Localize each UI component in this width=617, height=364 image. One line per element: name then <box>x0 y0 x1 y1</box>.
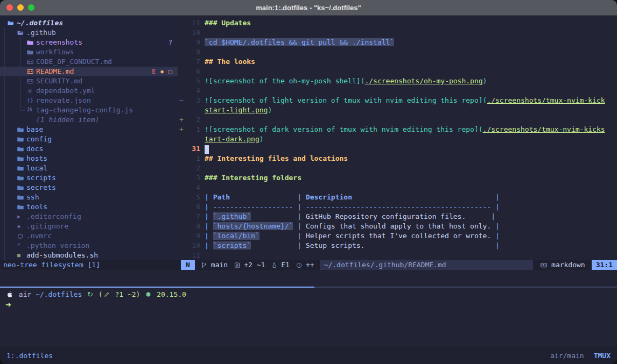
tree-item[interactable]: {}renovate.json <box>0 96 178 105</box>
editor-line[interactable]: 9| `local/bin` | Helper scripts that I'v… <box>178 231 617 241</box>
editor-line[interactable]: ~3![screenshot of light version of tmux … <box>178 96 617 105</box>
editor-line[interactable]: 8| `hosts/{hostname}/` | Configs that sh… <box>178 222 617 231</box>
editor-line[interactable]: 5| Path | Description | <box>178 192 617 202</box>
tmux-window-tab[interactable]: 1:.dotfiles <box>6 352 53 360</box>
tree-item[interactable]: ▶.editorconfig <box>0 212 178 222</box>
line-number: 5 <box>186 192 200 202</box>
editor-line[interactable]: tart-dark.png) <box>178 134 617 144</box>
line-number: 8 <box>186 47 200 57</box>
tree-item[interactable]: secrets <box>0 183 178 192</box>
tree-item[interactable]: CODE_OF_CONDUCT.md <box>0 57 178 67</box>
tree-item[interactable]: ssh <box>0 192 178 202</box>
tree-item[interactable]: hosts <box>0 154 178 163</box>
sign-column <box>178 154 186 163</box>
prompt-host: air <box>19 289 31 299</box>
terminal-window: main:1:.dotfiles - "ks~/.dotfiles" ~/.do… <box>0 0 617 364</box>
tree-item[interactable]: README.mdE●□ <box>0 67 178 76</box>
editor-line[interactable]: +2 <box>178 115 617 125</box>
tree-item[interactable]: .nvmrc <box>0 231 178 241</box>
tree-item[interactable]: ■add-submodules.sh <box>0 251 178 260</box>
editor-line[interactable]: 9`cd $HOME/.dotfiles && git pull && ./in… <box>178 38 617 47</box>
editor-line[interactable]: 4 <box>178 86 617 96</box>
line-number: 6 <box>186 202 200 212</box>
tree-item-label: CODE_OF_CONDUCT.md <box>36 57 112 67</box>
tree-item[interactable]: SECURITY.md <box>0 76 178 86</box>
git-branch-segment: main <box>200 260 228 270</box>
diff-file-icon <box>234 262 240 268</box>
editor-line[interactable]: 7| `.github` | GitHub Repository configu… <box>178 212 617 222</box>
tmux-session-host: air/main <box>550 352 584 360</box>
git-branch-name: main <box>211 260 228 270</box>
shell-pane[interactable]: air ~/.dotfiles ↻ ( ?1 ~2) 20.15.0 ➜ <box>5 289 617 310</box>
line-number: 31 <box>186 144 200 154</box>
tree-item[interactable]: config <box>0 134 178 144</box>
tree-item[interactable]: base <box>0 125 178 134</box>
status-badges: ? <box>169 38 178 47</box>
node-icon <box>145 291 151 297</box>
editor-line[interactable]: start-light.png) <box>178 105 617 115</box>
tmux-pane-border[interactable] <box>0 287 617 288</box>
tree-item-label: tools <box>26 202 47 212</box>
buffer-lines: 11### Updates109`cd $HOME/.dotfiles && g… <box>178 16 617 260</box>
tree-item[interactable]: local <box>0 163 178 173</box>
editor-line[interactable]: 4 <box>178 183 617 192</box>
modified-badge: ● <box>160 67 163 76</box>
apple-icon <box>6 291 13 298</box>
line-number: 4 <box>186 183 200 192</box>
tree-item[interactable]: .github <box>0 28 178 38</box>
file-tree: ~/.dotfiles.githubscreenshots?workflowsC… <box>0 16 178 260</box>
sign-column <box>178 202 186 212</box>
sign-column <box>178 241 186 251</box>
editor-line[interactable]: 6 <box>178 67 617 76</box>
editor-line[interactable]: 10| `scripts` | Setup scripts. | <box>178 241 617 251</box>
diagnostics-count: E1 <box>281 260 290 270</box>
tree-item[interactable]: ~/.dotfiles <box>0 18 178 28</box>
nvim-statusline: N main +2 ~1 E1 ++ ~/.dotfiles/.gith <box>181 260 617 270</box>
tree-item[interactable]: ◆.gitignore <box>0 222 178 231</box>
tree-item[interactable]: *.python-version <box>0 241 178 251</box>
diagnostic-error-badge: E <box>152 67 156 76</box>
line-text <box>205 144 209 154</box>
line-number: 9 <box>186 38 200 47</box>
editor-line[interactable]: +1![screenshot of dark version of tmux w… <box>178 125 617 134</box>
markdown-icon <box>27 78 36 84</box>
editor-line[interactable]: 10 <box>178 28 617 38</box>
minimize-button[interactable] <box>17 4 24 11</box>
tree-item[interactable]: workflows <box>0 47 178 57</box>
markdown-icon <box>27 59 36 65</box>
folder-icon <box>17 184 26 191</box>
braces-icon: {} <box>27 98 36 103</box>
sign-column <box>178 163 186 173</box>
tree-item[interactable]: (1 hidden item) <box>0 115 178 125</box>
tree-item[interactable]: scripts <box>0 173 178 183</box>
folder-icon <box>17 204 26 210</box>
titlebar: main:1:.dotfiles - "ks~/.dotfiles" <box>0 0 617 16</box>
editor-line[interactable]: 8 <box>178 47 617 57</box>
editor-line[interactable]: 1## Interesting files and locations <box>178 154 617 163</box>
editor-line[interactable]: 7## The looks <box>178 57 617 67</box>
editor-line[interactable]: 31 <box>178 144 617 154</box>
zoom-button[interactable] <box>28 4 34 11</box>
line-text: ![screenshot of dark version of tmux wit… <box>205 125 605 134</box>
line-number: 4 <box>186 86 200 96</box>
folder-icon <box>17 155 26 162</box>
editor-line[interactable]: 6| ------------------- | ---------------… <box>178 202 617 212</box>
sign-column <box>178 173 186 183</box>
editor-line[interactable]: 3### Interesting folders <box>178 173 617 183</box>
editor-pane[interactable]: 11### Updates109`cd $HOME/.dotfiles && g… <box>178 16 617 270</box>
sign-column <box>178 67 186 76</box>
folder-icon <box>17 175 26 181</box>
tree-item[interactable]: docs <box>0 144 178 154</box>
editor-line[interactable]: 11 <box>178 251 617 260</box>
tree-item[interactable]: dependabot.yml <box>0 86 178 96</box>
editor-line[interactable]: 2 <box>178 163 617 173</box>
tree-item[interactable]: tools <box>0 202 178 212</box>
editor-line[interactable]: 11### Updates <box>178 18 617 28</box>
close-button[interactable] <box>6 4 13 11</box>
markdown-file-icon <box>541 262 547 268</box>
tree-item[interactable]: screenshots? <box>0 38 178 47</box>
line-number: 8 <box>186 222 200 231</box>
tree-item[interactable]: JStag-changelog-config.js <box>0 105 178 115</box>
git-sign: ~ <box>178 96 186 105</box>
editor-line[interactable]: 5![screenshot of the oh-my-posh shell](.… <box>178 76 617 86</box>
